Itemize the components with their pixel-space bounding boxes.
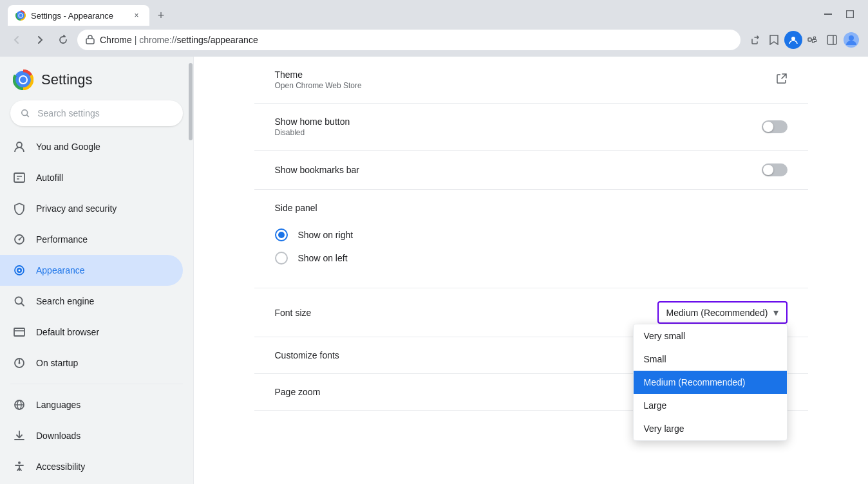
url-scheme: chrome:// [139,35,176,45]
search-bar[interactable] [10,100,183,126]
svg-point-36 [18,461,21,464]
sidebar-label-downloads: Downloads [36,431,80,441]
sidebar-nav: You and Google Autofill Privacy and secu… [0,131,193,482]
active-tab[interactable]: Settings - Appearance × [8,5,149,26]
autofill-icon [13,171,26,184]
share-button[interactable] [746,31,764,49]
font-size-label: Font size [275,308,312,318]
svg-rect-8 [827,35,836,44]
svg-point-21 [19,239,21,241]
svg-rect-17 [14,173,24,182]
sidebar-item-languages[interactable]: Languages [0,389,183,420]
bookmarks-bar-toggle[interactable] [762,163,788,176]
svg-point-31 [19,362,21,364]
radio-label-right: Show on right [298,230,354,240]
sidebar-item-you-and-google[interactable]: You and Google [0,131,183,162]
extensions-button[interactable] [804,31,822,49]
sidebar-label-on-startup: On startup [36,358,78,368]
downloads-icon [13,429,26,442]
sidebar-item-default-browser[interactable]: Default browser [0,317,183,348]
profile-avatar[interactable] [842,31,860,49]
bookmark-button[interactable] [765,31,783,49]
sidebar-label-default-browser: Default browser [36,327,99,337]
maximize-button[interactable] [840,8,860,21]
sidebar-label-privacy-security: Privacy and security [36,203,117,214]
font-size-dropdown-menu[interactable]: Very small Small Medium (Recommended) La… [633,324,788,441]
svg-line-26 [22,304,24,306]
svg-point-16 [17,142,22,147]
search-input[interactable] [37,108,173,118]
google-account-button[interactable] [784,31,802,49]
theme-sublabel: Open Chrome Web Store [275,81,362,90]
sidebar-label-you-and-google: You and Google [36,142,100,152]
font-size-option-very-large[interactable]: Very large [634,417,787,440]
forward-button[interactable] [31,31,49,49]
svg-point-24 [19,270,21,272]
reload-button[interactable] [54,31,72,49]
page-zoom-label: Page zoom [275,387,321,397]
dropdown-arrow-icon: ▾ [773,306,778,319]
security-lock-icon [86,34,95,46]
font-size-option-small[interactable]: Small [634,348,787,371]
svg-point-13 [20,77,26,83]
sidebar-item-accessibility[interactable]: Accessibility [0,451,183,482]
svg-rect-5 [86,39,94,44]
url-domain: Chrome [100,35,132,45]
side-panel-option-left[interactable]: Show on left [275,247,788,270]
back-button[interactable] [8,31,26,49]
radio-circle-right [275,228,288,241]
sidebar-item-privacy-security[interactable]: Privacy and security [0,193,183,224]
theme-labels: Theme Open Chrome Web Store [275,70,362,90]
scrollbar-thumb[interactable] [189,63,193,140]
svg-rect-27 [14,328,24,336]
side-panel-option-right[interactable]: Show on right [275,223,788,247]
svg-rect-3 [824,14,832,15]
sidebar-item-performance[interactable]: Performance [0,224,183,255]
sidebar-item-on-startup[interactable]: On startup [0,348,183,378]
sidebar-label-search-engine: Search engine [36,296,94,306]
sidebar-item-downloads[interactable]: Downloads [0,420,183,451]
theme-external-link-icon[interactable] [776,73,788,88]
new-tab-button[interactable]: + [152,6,170,24]
svg-point-25 [15,297,23,304]
side-panel-button[interactable] [823,31,841,49]
scrollbar-track[interactable] [188,57,193,484]
sidebar-item-autofill[interactable]: Autofill [0,162,183,193]
sidebar-label-autofill: Autofill [36,172,63,183]
home-button-row: Show home button Disabled [275,116,788,137]
home-button-toggle[interactable] [762,120,788,133]
svg-point-6 [791,37,795,41]
minimize-button[interactable] [818,8,838,21]
radio-label-left: Show on left [298,253,348,263]
sidebar-item-search-engine[interactable]: Search engine [0,286,183,317]
home-button-toggle-thumb [763,122,773,132]
bookmarks-bar-toggle-thumb [763,165,773,175]
startup-icon [13,357,26,369]
theme-label: Theme [275,70,362,80]
svg-rect-7 [808,38,811,41]
theme-section: Theme Open Chrome Web Store [254,57,808,104]
bookmarks-bar-section: Show bookmarks bar [254,151,808,190]
font-size-section: Font size Medium (Recommended) ▾ Very sm… [254,288,808,337]
address-bar[interactable]: Chrome | chrome://settings/appearance [77,30,741,50]
font-size-dropdown-button[interactable]: Medium (Recommended) ▾ [657,301,788,324]
tab-close-button[interactable]: × [131,10,142,21]
accessibility-icon [13,460,26,473]
sidebar-label-accessibility: Accessibility [36,461,85,472]
sidebar-label-languages: Languages [36,400,80,410]
sidebar-label-performance: Performance [36,234,88,245]
svg-line-15 [27,115,29,117]
sidebar-item-appearance[interactable]: Appearance [0,255,183,286]
font-size-option-large[interactable]: Large [634,394,787,417]
settings-header: Settings [0,62,193,100]
svg-point-2 [19,14,23,17]
nav-divider [10,384,183,384]
url-path: settings/appearance [177,35,258,45]
settings-title: Settings [41,71,93,88]
navigation-bar: Chrome | chrome://settings/appearance [0,26,868,57]
svg-rect-4 [847,11,854,18]
shield-icon [13,202,26,215]
font-size-option-very-small[interactable]: Very small [634,324,787,348]
customize-fonts-label: Customize fonts [275,350,339,360]
font-size-option-medium[interactable]: Medium (Recommended) [634,371,787,394]
